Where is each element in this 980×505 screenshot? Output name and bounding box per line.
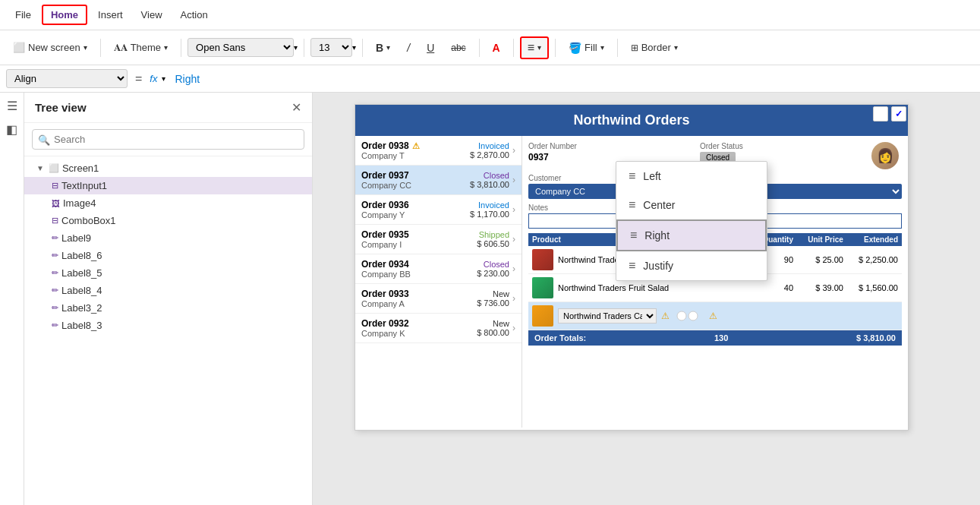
order-company-7: Company K	[361, 329, 477, 338]
separator-7	[555, 39, 556, 57]
order-right-5: Closed $ 230.00	[477, 260, 509, 278]
border-icon: ⊞	[631, 43, 638, 53]
separator-2	[181, 39, 181, 57]
textinput1-label: TextInput1	[61, 180, 107, 191]
tree-item-combobox1[interactable]: ⊟ ComboBox1	[24, 212, 312, 229]
align-center-label: Center	[643, 199, 675, 211]
tree-item-label3-2[interactable]: ✏ Label3_2	[24, 299, 312, 317]
product-select-3[interactable]: Northwind Traders Cake Mix	[558, 308, 657, 324]
order-amount-5: $ 230.00	[477, 269, 509, 278]
product-img-3	[532, 305, 553, 327]
order-left-3: Order 0936 Company Y	[361, 200, 470, 219]
font-select[interactable]: Open Sans Arial Calibri	[187, 38, 294, 57]
image-icon: 🖼	[52, 199, 60, 208]
order-right: Invoiced $ 2,870.00	[470, 141, 509, 159]
border-chevron-icon: ▾	[674, 43, 678, 52]
order-0937[interactable]: Order 0937 Company CC Closed $ 3,810.00 …	[355, 166, 522, 195]
col-extended: Extended	[847, 233, 902, 246]
order-0938[interactable]: Order 0938 ⚠ Company T Invoiced $ 2,870.…	[355, 136, 522, 166]
tree-item-screen1[interactable]: ▼ ⬜ Screen1	[24, 159, 312, 177]
bold-button[interactable]: B ▾	[369, 38, 397, 58]
theme-button[interactable]: 𝐀𝐀 Theme ▾	[107, 38, 175, 58]
align-icon: ≡	[528, 41, 534, 55]
order-right-6: New $ 736.00	[477, 289, 509, 308]
underline-button[interactable]: U	[420, 38, 441, 58]
product-row-3[interactable]: Northwind Traders Cake Mix ⚠ ⚠	[528, 302, 902, 330]
align-left-icon: ≡	[629, 169, 635, 183]
formula-dropdown[interactable]: Align	[6, 69, 128, 88]
warning-icon: ⚠	[412, 141, 420, 151]
warning-icon-2: ⚠	[661, 311, 670, 321]
search-input[interactable]	[32, 129, 304, 150]
order-0933[interactable]: Order 0933 Company A New $ 736.00 ›	[355, 284, 522, 314]
strikethrough-button[interactable]: abc	[444, 39, 472, 57]
theme-icon: 𝐀𝐀	[114, 42, 128, 54]
confirm-edit-icon[interactable]: ✓	[891, 106, 906, 122]
chevron-down-icon: ▾	[84, 43, 87, 52]
order-0932[interactable]: Order 0932 Company K New $ 800.00 ›	[355, 314, 522, 343]
fill-icon: 🪣	[569, 42, 581, 54]
tree-item-label8-4[interactable]: ✏ Label8_4	[24, 282, 312, 299]
order-right-3: Invoiced $ 1,170.00	[470, 200, 509, 219]
menu-file[interactable]: File	[8, 6, 39, 24]
list-chevron-icon-6: ›	[512, 293, 515, 304]
italic-button[interactable]: /	[400, 38, 417, 58]
tree-item-label9[interactable]: ✏ Label9	[24, 229, 312, 247]
toolbar: ⬜ New screen ▾ 𝐀𝐀 Theme ▾ Open Sans Aria…	[0, 30, 980, 65]
layers-icon[interactable]: ◧	[6, 122, 17, 137]
border-button[interactable]: ⊞ Border ▾	[624, 38, 685, 57]
order-right-7: New $ 800.00	[477, 319, 509, 337]
order-left-7: Order 0932 Company K	[361, 318, 477, 338]
font-color-button[interactable]: A	[486, 38, 507, 58]
order-amount-6: $ 736.00	[477, 298, 509, 308]
col-price: Unit Price	[797, 233, 847, 246]
order-status-5: Closed	[477, 260, 509, 269]
order-company-5: Company BB	[361, 270, 477, 279]
product-price-1: $ 25.00	[797, 246, 847, 274]
order-0935[interactable]: Order 0935 Company I Shipped $ 606.50 ›	[355, 225, 522, 254]
label9-label: Label9	[61, 232, 91, 244]
tree-items: ▼ ⬜ Screen1 ⊟ TextInput1 🖼 Image4 ⊟ Comb…	[24, 156, 312, 505]
warning-icon-3: ⚠	[709, 311, 717, 321]
align-justify-icon: ≡	[629, 259, 635, 273]
fill-button[interactable]: 🪣 Fill ▾	[562, 38, 611, 58]
menu-home[interactable]: Home	[42, 5, 87, 25]
tree-close-button[interactable]: ✕	[291, 100, 301, 115]
align-left-option[interactable]: ≡ Left	[616, 162, 767, 191]
align-button[interactable]: ≡ ▾	[520, 36, 549, 59]
close-edit-icon[interactable]: ✕	[873, 106, 888, 122]
order-number-label: Order Number	[528, 142, 694, 150]
font-color-icon: A	[493, 42, 500, 54]
new-screen-button[interactable]: ⬜ New screen ▾	[6, 38, 94, 57]
order-status-7: New	[477, 319, 509, 328]
align-center-option[interactable]: ≡ Center	[616, 191, 767, 219]
employee-photo-field: 👩	[871, 142, 902, 169]
tree-item-label8-3[interactable]: ✏ Label8_3	[24, 317, 312, 334]
order-0934[interactable]: Order 0934 Company BB Closed $ 230.00 ›	[355, 254, 522, 284]
label8-6-label: Label8_6	[61, 250, 102, 261]
align-right-option[interactable]: ≡ Right	[616, 219, 767, 251]
align-chevron-icon: ▾	[537, 43, 541, 52]
order-status: Invoiced	[470, 141, 509, 150]
list-chevron-icon-5: ›	[512, 264, 515, 274]
order-amount: $ 2,870.00	[470, 150, 509, 159]
tree-item-textinput1[interactable]: ⊟ TextInput1	[24, 177, 312, 194]
order-0936[interactable]: Order 0936 Company Y Invoiced $ 1,170.00…	[355, 195, 522, 225]
hamburger-icon[interactable]: ☰	[7, 99, 17, 113]
label3-2-label: Label3_2	[61, 302, 102, 314]
menu-action[interactable]: Action	[173, 6, 216, 24]
employee-avatar: 👩	[871, 142, 899, 169]
font-size-select[interactable]: 13 10 12 14 16 18	[310, 38, 352, 57]
order-left-4: Order 0935 Company I	[361, 229, 477, 249]
menu-view[interactable]: View	[134, 6, 170, 24]
tree-item-image4[interactable]: 🖼 Image4	[24, 194, 312, 212]
tree-item-label8-5[interactable]: ✏ Label8_5	[24, 264, 312, 282]
separator-1	[100, 39, 101, 57]
order-number-3: Order 0936	[361, 200, 470, 210]
menu-insert[interactable]: Insert	[90, 6, 131, 24]
separator-4	[362, 39, 363, 57]
order-list: Order 0938 ⚠ Company T Invoiced $ 2,870.…	[355, 136, 522, 428]
align-justify-option[interactable]: ≡ Justify	[616, 251, 767, 280]
resize-handles	[674, 308, 704, 324]
tree-item-label8-6[interactable]: ✏ Label8_6	[24, 247, 312, 264]
